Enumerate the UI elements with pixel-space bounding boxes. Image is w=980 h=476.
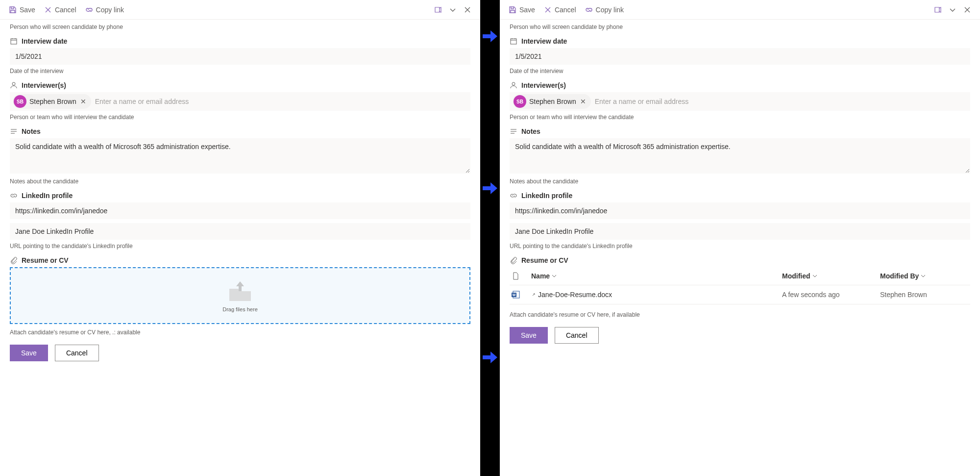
linkedin-help: URL pointing to the candidate's LinkedIn… xyxy=(510,243,970,250)
chevron-down-icon xyxy=(812,274,817,278)
linkedin-url-input[interactable] xyxy=(10,202,470,219)
person-icon xyxy=(10,81,18,89)
link-icon xyxy=(10,192,18,200)
file-table-header: Name Modified Modified By xyxy=(510,267,970,285)
interview-date-input[interactable] xyxy=(10,48,470,65)
form-cancel-button[interactable]: Cancel xyxy=(55,345,99,361)
notes-label: Notes xyxy=(10,127,470,135)
file-modified: A few seconds ago xyxy=(782,291,880,299)
save-icon xyxy=(9,6,17,14)
person-icon xyxy=(510,81,517,89)
copylink-label: Copy link xyxy=(596,6,624,14)
interviewers-input[interactable] xyxy=(593,95,967,108)
link-icon xyxy=(85,6,93,14)
cancel-button[interactable]: Cancel xyxy=(544,6,576,14)
interview-date-help: Date of the interview xyxy=(510,68,970,75)
save-label: Save xyxy=(519,6,535,14)
chevron-down-icon xyxy=(921,274,926,278)
comparison-divider xyxy=(480,0,500,476)
save-label: Save xyxy=(20,6,35,14)
file-dropzone[interactable]: Drag files here xyxy=(10,267,470,324)
cancel-label: Cancel xyxy=(55,6,76,14)
panel-after: Save Cancel Copy link Person who will sc… xyxy=(500,0,980,476)
resume-label: Resume or CV xyxy=(510,256,970,264)
col-modified-header[interactable]: Modified xyxy=(782,272,880,280)
save-button[interactable]: Save xyxy=(9,6,35,14)
link-icon xyxy=(510,192,517,200)
svg-point-3 xyxy=(512,82,515,85)
form-save-button[interactable]: Save xyxy=(510,327,548,344)
attachment-icon xyxy=(510,256,517,264)
interview-date-label: Interview date xyxy=(510,37,970,45)
word-doc-icon: W xyxy=(512,290,520,299)
svg-rect-0 xyxy=(11,39,17,44)
dropzone-text: Drag files here xyxy=(222,306,258,312)
form-save-button[interactable]: Save xyxy=(10,345,48,361)
panel-before: Save Cancel Copy link Person who will sc… xyxy=(0,0,480,476)
notes-help: Notes about the candidate xyxy=(510,178,970,185)
avatar: SB xyxy=(514,95,526,108)
arrow-icon xyxy=(483,181,497,195)
linkedin-display-input[interactable] xyxy=(510,223,970,240)
interviewers-help: Person or team who will interview the ca… xyxy=(510,114,970,121)
close-icon[interactable] xyxy=(963,6,971,14)
text-icon xyxy=(10,127,18,135)
interview-date-label: Interview date xyxy=(10,37,470,45)
calendar-icon xyxy=(10,37,18,45)
col-name-header[interactable]: Name xyxy=(531,272,782,280)
link-icon xyxy=(585,6,593,14)
interview-date-input[interactable] xyxy=(510,48,970,65)
save-icon xyxy=(509,6,516,14)
interviewers-picker[interactable]: SB Stephen Brown ✕ xyxy=(10,92,470,111)
svg-rect-2 xyxy=(511,39,516,44)
edit-form-icon[interactable] xyxy=(434,6,442,14)
copylink-label: Copy link xyxy=(96,6,124,14)
x-icon xyxy=(44,6,52,14)
file-modifiedby: Stephen Brown xyxy=(880,291,968,299)
calendar-icon xyxy=(510,37,517,45)
notes-textarea[interactable] xyxy=(510,138,970,174)
chip-remove-icon[interactable]: ✕ xyxy=(79,98,87,105)
chevron-down-icon xyxy=(552,274,557,278)
chip-remove-icon[interactable]: ✕ xyxy=(579,98,587,105)
close-icon[interactable] xyxy=(464,6,471,14)
resume-label: Resume or CV xyxy=(10,256,470,264)
notes-textarea[interactable] xyxy=(10,138,470,174)
form-cancel-button[interactable]: Cancel xyxy=(555,327,599,344)
linkedin-display-input[interactable] xyxy=(10,223,470,240)
cancel-label: Cancel xyxy=(555,6,576,14)
arrow-icon xyxy=(483,29,497,43)
share-overlay-icon xyxy=(531,292,536,297)
interview-date-help: Date of the interview xyxy=(10,68,470,75)
edit-form-icon[interactable] xyxy=(934,6,942,14)
toolbar: Save Cancel Copy link xyxy=(0,0,480,20)
text-icon xyxy=(510,127,517,135)
interviewers-help: Person or team who will interview the ca… xyxy=(10,114,470,121)
svg-text:W: W xyxy=(513,293,516,297)
linkedin-help: URL pointing to the candidate's LinkedIn… xyxy=(10,243,470,250)
chevron-down-icon[interactable] xyxy=(449,6,457,14)
file-name-link[interactable]: Jane-Doe-Resume.docx xyxy=(538,291,612,299)
svg-point-1 xyxy=(12,82,15,85)
cancel-button[interactable]: Cancel xyxy=(44,6,76,14)
save-button[interactable]: Save xyxy=(509,6,535,14)
interviewers-input[interactable] xyxy=(93,95,467,108)
avatar: SB xyxy=(14,95,26,108)
upload-folder-icon xyxy=(225,279,255,303)
copylink-button[interactable]: Copy link xyxy=(585,6,624,14)
file-table: Name Modified Modified By W xyxy=(510,267,970,304)
interviewers-label: Interviewer(s) xyxy=(10,81,470,89)
linkedin-url-input[interactable] xyxy=(510,202,970,219)
chevron-down-icon[interactable] xyxy=(949,6,956,14)
linkedin-label: LinkedIn profile xyxy=(510,192,970,200)
interviewers-picker[interactable]: SB Stephen Brown ✕ xyxy=(510,92,970,111)
notes-label: Notes xyxy=(510,127,970,135)
col-modifiedby-header[interactable]: Modified By xyxy=(880,272,968,280)
person-chip[interactable]: SB Stephen Brown ✕ xyxy=(13,94,91,109)
resume-help: Attach candidate's resume or CV here, .:… xyxy=(10,329,470,336)
resume-help: Attach candidate's resume or CV here, if… xyxy=(510,311,970,318)
x-icon xyxy=(544,6,552,14)
table-row[interactable]: W Jane-Doe-Resume.docx A few seconds ago… xyxy=(510,285,970,304)
person-chip[interactable]: SB Stephen Brown ✕ xyxy=(513,94,591,109)
copylink-button[interactable]: Copy link xyxy=(85,6,124,14)
